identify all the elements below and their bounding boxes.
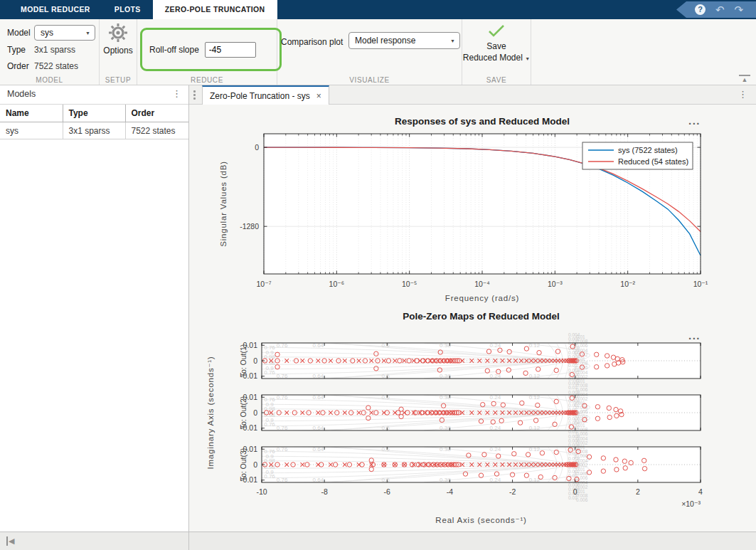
svg-text:0.76: 0.76 [264, 421, 275, 428]
options-button[interactable] [100, 22, 137, 46]
tab-zero-pole-truncation[interactable]: ZERO-POLE TRUNCATION [153, 0, 277, 19]
models-col-name: Name [0, 105, 63, 122]
collapse-panel-icon[interactable]: ◀ [6, 536, 14, 546]
model-reducer-app-window: MODEL REDUCER PLOTS ZERO-POLE TRUNCATION… [0, 0, 756, 550]
svg-text:Singular Values (dB): Singular Values (dB) [219, 161, 228, 247]
panel-grip-icon[interactable] [193, 90, 196, 92]
gear-icon [107, 22, 129, 43]
section-label-visualize: VISUALIZE [277, 76, 462, 84]
model-row-order: 7522 states [125, 122, 188, 139]
svg-text:-6: -6 [384, 487, 390, 496]
document-tab[interactable]: Zero-Pole Truncation - sys × [202, 85, 329, 105]
check-icon [487, 23, 506, 38]
legend[interactable]: sys (7522 states)Reduced (54 states) [582, 142, 693, 169]
svg-text:0: 0 [253, 460, 257, 469]
singular-values-plot: 10⁻⁷10⁻⁶10⁻⁵10⁻⁴10⁻³10⁻²10⁻¹0-1280Respon… [219, 115, 708, 302]
comparison-plot-label: Comparison plot [281, 37, 343, 47]
pole-zero-plot: 0.0040.010.0020.0080.010.0060.0080.0040.… [206, 311, 703, 524]
svg-text:0.006: 0.006 [576, 497, 588, 502]
pzmap-plot-menu[interactable]: ... [688, 329, 701, 342]
ribbon-section-setup: Options SETUP [100, 19, 137, 85]
section-label-reduce: REDUCE [137, 76, 277, 84]
comparison-plot-select[interactable]: Model response ▼ [348, 32, 460, 49]
help-icon[interactable]: ? [695, 4, 706, 15]
rolloff-input[interactable] [205, 42, 256, 58]
save-button-line1: Save [486, 41, 506, 51]
svg-text:0: 0 [573, 487, 577, 496]
section-label-save: SAVE [462, 76, 531, 84]
status-bar: ◀ [0, 532, 756, 550]
close-icon[interactable]: × [316, 91, 321, 101]
figure-area: 10⁻⁷10⁻⁶10⁻⁵10⁻⁴10⁻³10⁻²10⁻¹0-1280Respon… [189, 105, 756, 532]
svg-text:4: 4 [698, 487, 703, 496]
rolloff-highlight-box: Roll-off slope [140, 28, 282, 71]
svg-text:10⁻⁵: 10⁻⁵ [402, 280, 417, 288]
rolloff-label: Roll-off slope [149, 45, 199, 55]
svg-text:-1280: -1280 [240, 222, 259, 231]
svg-text:-4: -4 [447, 487, 453, 496]
chevron-down-icon: ▼ [450, 38, 455, 43]
svg-text:Pole-Zero Maps of Reduced Mode: Pole-Zero Maps of Reduced Model [403, 311, 560, 322]
models-panel-title: Models [7, 89, 36, 99]
svg-text:10⁻²: 10⁻² [620, 280, 635, 288]
svg-text:-2: -2 [509, 487, 516, 496]
svg-text:×10⁻³: ×10⁻³ [681, 499, 701, 508]
ribbon: Model sys ▼ Type 3x1 sparss Order 7522 s… [0, 19, 756, 85]
svg-text:To: Out(3): To: Out(3) [239, 448, 247, 482]
figure-canvas[interactable]: 10⁻⁷10⁻⁶10⁻⁵10⁻⁴10⁻³10⁻²10⁻¹0-1280Respon… [189, 105, 756, 532]
table-row[interactable]: sys 3x1 sparss 7522 states [0, 122, 188, 139]
models-table: Name Type Order sys 3x1 sparss 7522 stat… [0, 105, 188, 139]
collapse-ribbon-icon[interactable]: ▲ [739, 75, 750, 83]
model-row-name: sys [0, 122, 63, 139]
model-label: Model [7, 28, 31, 38]
save-reduced-model-button[interactable]: Save Reduced Model ▼ [462, 23, 531, 65]
section-label-model: MODEL [0, 76, 99, 84]
document-tab-label: Zero-Pole Truncation - sys [210, 91, 310, 101]
svg-text:0.76: 0.76 [264, 369, 275, 376]
svg-text:10⁻⁴: 10⁻⁴ [474, 280, 490, 288]
type-value: 3x1 sparss [34, 45, 75, 55]
svg-text:sys (7522 states): sys (7522 states) [618, 146, 678, 154]
svg-text:Frequency (rad/s): Frequency (rad/s) [445, 294, 519, 302]
undo-icon[interactable]: ↶ [715, 4, 725, 15]
tab-plots[interactable]: PLOTS [102, 0, 153, 19]
models-panel-menu-icon[interactable]: ⋮ [172, 88, 181, 99]
ribbon-section-save: Save Reduced Model ▼ SAVE [462, 19, 531, 85]
model-select-value: sys [41, 28, 53, 38]
redo-icon[interactable]: ↷ [735, 4, 744, 15]
responses-plot-menu[interactable]: ... [688, 115, 701, 127]
ribbon-section-reduce: Roll-off slope REDUCE [137, 19, 277, 85]
model-row-type: 3x1 sparss [63, 122, 125, 139]
status-bar-divider [188, 532, 189, 550]
type-label: Type [7, 45, 26, 55]
svg-text:10⁻¹: 10⁻¹ [693, 280, 708, 288]
svg-text:Imaginary Axis (seconds⁻¹): Imaginary Axis (seconds⁻¹) [206, 356, 215, 469]
svg-text:Reduced (54 states): Reduced (54 states) [618, 157, 688, 166]
comparison-plot-value: Model response [355, 36, 415, 46]
chevron-down-icon: ▼ [85, 31, 90, 36]
models-col-type: Type [63, 105, 125, 122]
svg-text:0: 0 [253, 356, 257, 365]
save-button-line2: Reduced Model [463, 53, 523, 63]
svg-text:-10: -10 [256, 487, 267, 496]
svg-text:To: Out(1): To: Out(1) [239, 344, 247, 378]
ribbon-section-visualize: Comparison plot Model response ▼ VISUALI… [277, 19, 462, 85]
svg-text:10⁻³: 10⁻³ [548, 280, 563, 288]
svg-text:Responses of sys and Reduced M: Responses of sys and Reduced Model [395, 116, 570, 127]
svg-text:0.76: 0.76 [264, 473, 275, 480]
document-bar-menu-icon[interactable]: ⋮ [738, 89, 747, 100]
svg-text:Real Axis (seconds⁻¹): Real Axis (seconds⁻¹) [435, 516, 526, 524]
options-button-label[interactable]: Options [100, 46, 137, 55]
svg-text:To: Out(2): To: Out(2) [239, 396, 247, 430]
toolstrip-tab-bar: MODEL REDUCER PLOTS ZERO-POLE TRUNCATION… [0, 0, 756, 19]
tab-model-reducer[interactable]: MODEL REDUCER [9, 0, 102, 19]
model-select[interactable]: sys ▼ [34, 25, 95, 41]
ribbon-section-model: Model sys ▼ Type 3x1 sparss Order 7522 s… [0, 19, 100, 85]
quick-access-toolbar: ? ↶ ↷ [676, 1, 756, 18]
section-label-setup: SETUP [100, 76, 137, 84]
models-panel: Models ⋮ Name Type Order sys 3x1 sparss … [0, 85, 189, 532]
svg-text:-8: -8 [321, 487, 327, 496]
svg-text:10⁻⁷: 10⁻⁷ [256, 280, 271, 288]
svg-text:10⁻⁶: 10⁻⁶ [329, 280, 345, 288]
order-label: Order [7, 61, 29, 71]
